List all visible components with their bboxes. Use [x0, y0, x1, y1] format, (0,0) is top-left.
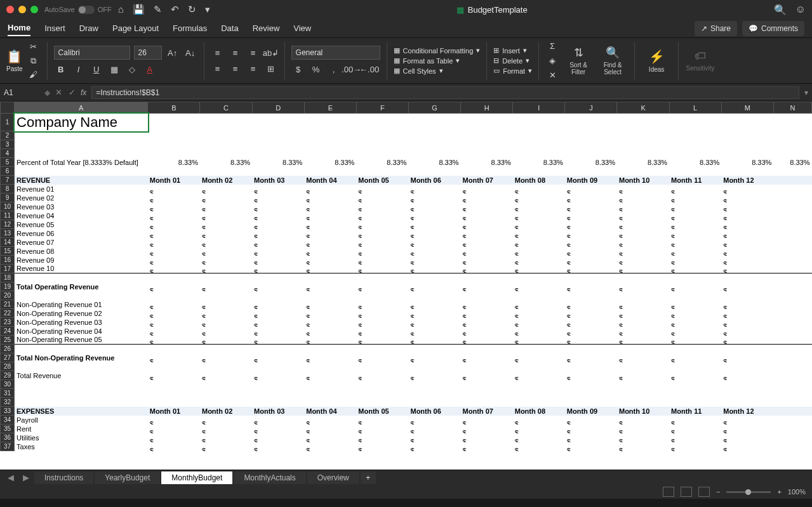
cell[interactable] [148, 220, 200, 229]
cell[interactable] [461, 114, 513, 131]
cell[interactable]: Month 06 [408, 176, 460, 185]
cell[interactable]: Taxes [15, 442, 148, 451]
cell[interactable] [148, 211, 200, 220]
cell[interactable] [304, 211, 356, 220]
row-header[interactable]: 26 [1, 345, 15, 353]
search-icon[interactable]: 🔍 [774, 4, 787, 16]
cell[interactable] [669, 140, 721, 149]
cell[interactable] [721, 345, 773, 353]
cell[interactable] [565, 194, 617, 202]
cell[interactable] [252, 336, 304, 345]
cell[interactable] [200, 433, 252, 442]
cell[interactable] [148, 371, 200, 380]
cell[interactable] [617, 149, 669, 158]
row-header[interactable]: 16 [1, 256, 15, 265]
cell[interactable] [408, 185, 460, 194]
normal-view-icon[interactable] [663, 487, 674, 497]
edit-icon[interactable]: ✎ [154, 4, 162, 15]
cell[interactable] [408, 167, 460, 176]
cell[interactable]: Month 10 [617, 176, 669, 185]
cell[interactable] [304, 202, 356, 211]
menu-tab-insert[interactable]: Insert [44, 21, 65, 36]
cell[interactable] [148, 149, 200, 158]
cell[interactable] [408, 398, 460, 407]
cell[interactable] [356, 194, 408, 202]
cell[interactable] [356, 265, 408, 273]
cell[interactable] [356, 229, 408, 238]
number-format-select[interactable] [291, 46, 380, 60]
cell[interactable] [669, 345, 721, 353]
cell[interactable] [461, 202, 513, 211]
sensitivity-button[interactable]: 🏷Sensitivity [685, 49, 715, 72]
cell[interactable] [356, 389, 408, 398]
cell[interactable] [15, 131, 148, 140]
cell[interactable] [565, 398, 617, 407]
clear-icon[interactable]: ✕ [545, 69, 559, 82]
cell[interactable] [408, 318, 460, 327]
cell[interactable] [252, 398, 304, 407]
cell[interactable] [252, 202, 304, 211]
cell[interactable] [773, 371, 811, 380]
cell[interactable] [408, 282, 460, 291]
cell[interactable] [565, 247, 617, 256]
cell[interactable] [408, 380, 460, 389]
sheet-tab-monthlyactuals[interactable]: MonthlyActuals [234, 471, 305, 484]
cell[interactable] [252, 131, 304, 140]
cell[interactable]: Revenue 05 [15, 220, 148, 229]
cell[interactable]: Month 07 [461, 176, 513, 185]
cell[interactable] [513, 300, 565, 309]
cell[interactable]: Month 01 [148, 176, 200, 185]
cell[interactable] [252, 442, 304, 451]
cell[interactable] [408, 309, 460, 318]
cell[interactable] [252, 371, 304, 380]
cell[interactable] [773, 380, 811, 389]
merge-icon[interactable]: ⊞ [264, 62, 278, 75]
cell[interactable] [356, 149, 408, 158]
cell[interactable] [513, 425, 565, 433]
cell[interactable] [773, 194, 811, 202]
cell[interactable] [408, 291, 460, 300]
cell[interactable] [513, 167, 565, 176]
cell[interactable] [721, 442, 773, 451]
cell[interactable]: Month 01 [148, 407, 200, 416]
cell[interactable] [356, 247, 408, 256]
row-header[interactable]: 8 [1, 185, 15, 194]
cell[interactable] [148, 247, 200, 256]
cell[interactable] [773, 211, 811, 220]
row-header[interactable]: 11 [1, 211, 15, 220]
cell[interactable] [408, 247, 460, 256]
cell[interactable] [252, 194, 304, 202]
cell[interactable] [356, 371, 408, 380]
cell[interactable] [773, 327, 811, 336]
cell[interactable] [773, 220, 811, 229]
align-right-icon[interactable]: ≡ [246, 62, 260, 75]
cell[interactable] [200, 380, 252, 389]
cell[interactable]: Month 02 [200, 407, 252, 416]
cell[interactable] [200, 265, 252, 273]
cell[interactable] [565, 380, 617, 389]
cell[interactable] [200, 131, 252, 140]
cell[interactable] [408, 362, 460, 371]
cell[interactable] [513, 282, 565, 291]
cell[interactable] [565, 167, 617, 176]
row-header[interactable]: 20 [1, 291, 15, 300]
menu-tab-review[interactable]: Review [253, 21, 280, 36]
cell[interactable] [148, 291, 200, 300]
cell[interactable] [15, 140, 148, 149]
cell[interactable]: Utilities [15, 433, 148, 442]
cell[interactable] [617, 282, 669, 291]
cell[interactable] [721, 140, 773, 149]
cell[interactable] [513, 389, 565, 398]
cell[interactable] [200, 185, 252, 194]
share-button[interactable]: ↗ Share [695, 21, 737, 36]
cell[interactable]: Month 05 [356, 407, 408, 416]
currency-icon[interactable]: $ [291, 63, 305, 76]
cell[interactable] [148, 140, 200, 149]
cell[interactable] [513, 318, 565, 327]
cell[interactable] [617, 442, 669, 451]
cell[interactable] [148, 362, 200, 371]
cell[interactable] [304, 140, 356, 149]
cell[interactable] [408, 300, 460, 309]
cell[interactable] [773, 265, 811, 273]
delete-cells-button[interactable]: ⊟ Delete ▾ [493, 56, 532, 65]
